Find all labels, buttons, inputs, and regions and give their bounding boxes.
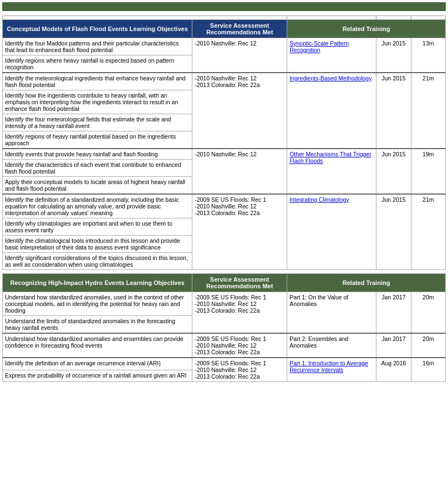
lms-link[interactable]: Part 1: Introduction to Average Recurren…: [289, 360, 368, 373]
learning-cell: Identify the four meteorological fields …: [3, 114, 192, 131]
column-header-row: [3, 16, 446, 20]
updated-cell: Aug 2016: [376, 358, 411, 382]
learning-cell: Identify events that provide heavy rainf…: [3, 149, 192, 160]
learning-cell: Identify the four Maddox patterns and th…: [3, 38, 192, 55]
learning-cell: Understand the limits of standardized an…: [3, 316, 192, 334]
section-service-header: Service Assessment Recommendations Met: [192, 274, 287, 292]
service-cell: -2010 Nashville: Rec 12: [192, 38, 287, 73]
section-spacer: [3, 270, 446, 274]
table-row: Identify the definition of a standardize…: [3, 194, 446, 218]
table-row: Identify the four Maddox patterns and th…: [3, 38, 446, 55]
learning-cell: Identify the climatological tools introd…: [3, 236, 192, 253]
table-row: Identify events that provide heavy rainf…: [3, 149, 446, 160]
table-row: Understand how standardized anomalies an…: [3, 333, 446, 358]
duration-cell: 19m: [411, 149, 445, 194]
lms-cell[interactable]: Synoptic-Scale Pattern Recognition: [287, 38, 376, 73]
lms-link[interactable]: Synoptic-Scale Pattern Recognition: [289, 40, 349, 53]
learning-cell: Understand how standardized anomalies, u…: [3, 292, 192, 316]
updated-cell: Jun 2015: [376, 38, 411, 73]
updated-cell: Jan 2017: [376, 292, 411, 334]
duration-cell: 21m: [411, 73, 445, 149]
title-bar: [2, 2, 446, 11]
lms-cell: Part 1: On the Value of Anomalies: [287, 292, 376, 334]
lms-link[interactable]: Other Mechanisms That Trigger Flash Floo…: [289, 151, 371, 164]
learning-cell: Identify the meteorological ingredients …: [3, 73, 192, 90]
learning-cell: Identify the definition of an average re…: [3, 358, 192, 370]
section-related-header: Related Training: [287, 274, 446, 292]
updated-cell: Jan 2017: [376, 333, 411, 358]
duration-cell: 21m: [411, 194, 445, 270]
duration-cell: 13m: [411, 38, 445, 73]
service-cell: -2009 SE US Floods: Rec 1-2010 Nashville…: [192, 292, 287, 334]
service-cell: -2009 SE US Floods: Rec 1-2010 Nashville…: [192, 333, 287, 358]
learning-cell: Apply their conceptual models to locate …: [3, 177, 192, 195]
service-cell: -2010 Nashville: Rec 12-2013 Colorado: R…: [192, 73, 287, 149]
main-table: Conceptual Models of Flash Flood Events …: [2, 16, 446, 382]
learning-cell: Identify regions where heavy rainfall is…: [3, 55, 192, 73]
learning-cell: Identify regions of heavy rainfall poten…: [3, 131, 192, 149]
updated-cell: Jun 2015: [376, 73, 411, 149]
lms-cell[interactable]: Ingredients-Based Methodology: [287, 73, 376, 149]
duration-cell: 16m: [411, 358, 445, 382]
section-header-row: Conceptual Models of Flash Flood Events …: [3, 20, 446, 38]
lms-cell[interactable]: Integrating Climatology: [287, 194, 376, 270]
col-lms-header: [287, 16, 376, 20]
updated-cell: Jun 2015: [376, 149, 411, 194]
table-row: Identify the meteorological ingredients …: [3, 73, 446, 90]
section-header-row: Recognizing High-Impact Hydro Events Lea…: [3, 274, 446, 292]
col-updated-header: [376, 16, 411, 20]
section-learning-header: Recognizing High-Impact Hydro Events Lea…: [3, 274, 192, 292]
learning-cell: Identify how the ingerdients contribute …: [3, 90, 192, 114]
learning-cell: Understand how standardized anomalies an…: [3, 333, 192, 358]
learning-cell: Identify why climatologies are important…: [3, 218, 192, 236]
learning-cell: Express the probability of occurrence of…: [3, 370, 192, 381]
page: Conceptual Models of Flash Flood Events …: [0, 0, 448, 384]
section-learning-header: Conceptual Models of Flash Flood Events …: [3, 20, 192, 38]
learning-cell: Identify significant considerations of t…: [3, 253, 192, 270]
duration-cell: 20m: [411, 333, 445, 358]
learning-cell: Identify the definition of a standardize…: [3, 194, 192, 218]
table-row: Understand how standardized anomalies, u…: [3, 292, 446, 316]
section-service-header: Service Assessment Recommendations Met: [192, 20, 287, 38]
updated-cell: Jun 2015: [376, 194, 411, 270]
lms-link[interactable]: Integrating Climatology: [289, 196, 349, 203]
col-learning-header: [3, 16, 287, 20]
lms-link[interactable]: Ingredients-Based Methodology: [289, 75, 371, 81]
service-cell: -2010 Nashville: Rec 12: [192, 149, 287, 194]
duration-cell: 20m: [411, 292, 445, 334]
lms-cell: Part 2: Ensembles and Anomalies: [287, 333, 376, 358]
learning-cell: Identify the characteristics of each eve…: [3, 160, 192, 177]
service-cell: -2009 SE US Floods: Rec 1-2010 Nashville…: [192, 358, 287, 382]
service-cell: -2009 SE US Floods: Rec 1-2010 Nashville…: [192, 194, 287, 270]
lms-cell[interactable]: Other Mechanisms That Trigger Flash Floo…: [287, 149, 376, 194]
col-duration-header: [411, 16, 445, 20]
lms-cell[interactable]: Part 1: Introduction to Average Recurren…: [287, 358, 376, 382]
table-row: Identify the definition of an average re…: [3, 358, 446, 370]
section-related-header: Related Training: [287, 20, 446, 38]
